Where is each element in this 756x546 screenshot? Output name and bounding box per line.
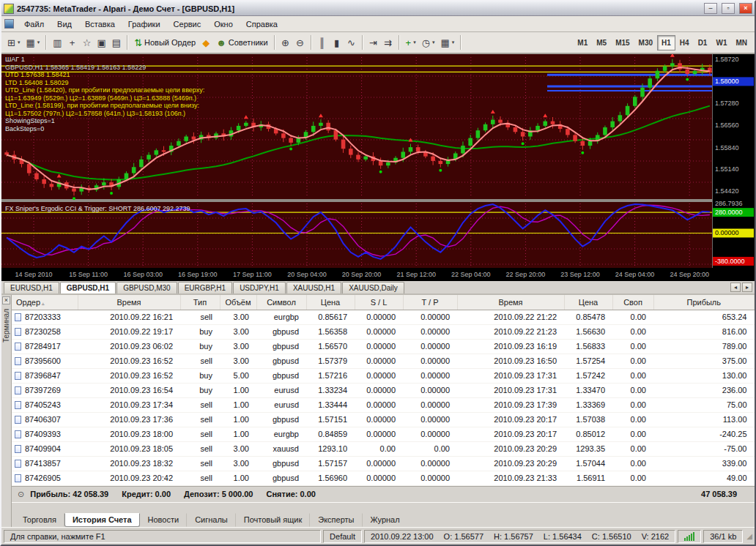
toolbar-separator bbox=[362, 35, 363, 50]
column-header-volume[interactable]: Объём bbox=[220, 295, 256, 310]
chart-tab-xauusd-daily[interactable]: XAUUSD,Daily bbox=[342, 282, 404, 293]
cell-volume: 3.00 bbox=[220, 324, 256, 339]
terminal-close-icon[interactable]: × bbox=[2, 296, 10, 304]
candles-icon[interactable]: ▮ bbox=[330, 34, 344, 51]
column-header-sl[interactable]: S / L bbox=[355, 295, 403, 310]
timeframe-m5-button[interactable]: M5 bbox=[592, 35, 611, 51]
templates-icon[interactable]: ▦▾ bbox=[438, 34, 458, 51]
column-header-close_time[interactable]: Время bbox=[457, 295, 564, 310]
status-profile[interactable]: Default bbox=[323, 530, 362, 543]
cell-volume: 1.00 bbox=[220, 397, 256, 412]
terminal-tab-signals[interactable]: Сигналы bbox=[187, 513, 236, 527]
indicators-icon[interactable]: +▾ bbox=[403, 34, 419, 51]
chart-tab-xauusd-h1[interactable]: XAUUSD,H1 bbox=[286, 282, 341, 293]
chart-tab-eurgbp-h1[interactable]: EURGBP,H1 bbox=[178, 282, 233, 293]
order-row[interactable]: 874099042010.09.23 18:05sell3.00xauusd12… bbox=[12, 441, 755, 456]
menu-item-window[interactable]: Окно bbox=[207, 18, 240, 31]
cell-sl: 0.00 bbox=[355, 441, 403, 456]
line-chart-icon[interactable]: ∿ bbox=[344, 34, 359, 51]
timeframe-h4-button[interactable]: H4 bbox=[675, 35, 694, 51]
cell-profit: 653.24 bbox=[653, 310, 755, 324]
close-button[interactable]: × bbox=[739, 3, 752, 14]
dropdown-caret-icon: ▾ bbox=[432, 40, 435, 45]
timeframe-m1-button[interactable]: M1 bbox=[573, 35, 592, 51]
column-header-swap[interactable]: Своп bbox=[612, 295, 653, 310]
chart-tab-eurusd-h1[interactable]: EURUSD,H1 bbox=[4, 282, 59, 293]
zoom-out-icon[interactable]: ⊖ bbox=[293, 34, 308, 51]
cell-swap: 0.00 bbox=[612, 441, 653, 456]
menu-item-service[interactable]: Сервис bbox=[167, 18, 208, 31]
profiles-icon[interactable]: ▦▾ bbox=[23, 34, 42, 51]
column-header-open_time[interactable]: Время bbox=[78, 295, 180, 310]
order-row[interactable]: 872302582010.09.22 19:17buy3.00gbpusd1.5… bbox=[12, 324, 755, 339]
navigator-icon[interactable]: ☆ bbox=[80, 34, 94, 51]
column-header-close_price[interactable]: Цена bbox=[564, 295, 612, 310]
timeframe-m30-button[interactable]: M30 bbox=[634, 35, 657, 51]
terminal-tab-mailbox[interactable]: Почтовый ящик bbox=[236, 513, 310, 527]
restore-button[interactable]: ▫ bbox=[722, 3, 735, 14]
terminal-tab-trade[interactable]: Торговля bbox=[15, 513, 64, 527]
order-row[interactable]: 874063072010.09.23 17:36sell1.00gbpusd1.… bbox=[12, 412, 755, 427]
timeframe-h1-button[interactable]: H1 bbox=[657, 35, 675, 51]
terminal-tab-news[interactable]: Новости bbox=[140, 513, 188, 527]
bars-icon[interactable]: ║ bbox=[315, 34, 330, 51]
terminal-tab-experts[interactable]: Эксперты bbox=[310, 513, 362, 527]
timeframe-mn-button[interactable]: MN bbox=[731, 35, 752, 51]
chart-tab-usdjpy-h1[interactable]: USDJPY,H1 bbox=[233, 282, 286, 293]
cell-open_time: 2010.09.23 16:52 bbox=[78, 354, 180, 368]
tab-scroll-right-icon[interactable]: ▸ bbox=[742, 283, 752, 292]
minimize-button[interactable]: – bbox=[704, 3, 717, 14]
column-header-profit[interactable]: Прибыль bbox=[653, 295, 755, 310]
cell-close_price: 0.85478 bbox=[564, 310, 612, 324]
order-row[interactable]: 874052432010.09.23 17:34sell1.00eurusd1.… bbox=[12, 397, 755, 412]
auto-scroll-icon[interactable]: ⇥ bbox=[366, 34, 381, 51]
column-header-symbol[interactable]: Символ bbox=[256, 295, 306, 310]
new-order-button[interactable]: ⇅Новый Ордер bbox=[131, 34, 199, 51]
metatrader-window: 2547735: MetaTrader - Alpari - Демо Счет… bbox=[0, 0, 756, 546]
menu-item-insert[interactable]: Вставка bbox=[78, 18, 122, 31]
menu-item-view[interactable]: Вид bbox=[51, 18, 78, 31]
timeframe-d1-button[interactable]: D1 bbox=[694, 35, 712, 51]
cell-tp: 0.00000 bbox=[403, 427, 457, 441]
chart-tab-gbpusd-h1[interactable]: GBPUSD,H1 bbox=[60, 282, 116, 293]
order-row[interactable]: 874093932010.09.23 18:00sell1.00eurgbp0.… bbox=[12, 427, 755, 441]
menu-item-file[interactable]: Файл bbox=[18, 18, 51, 31]
periods-icon[interactable]: ◷▾ bbox=[419, 34, 438, 51]
cell-open_price: 1.56570 bbox=[306, 339, 355, 354]
terminal-icon[interactable]: ▣ bbox=[94, 34, 109, 51]
resize-grip[interactable]: ◢ bbox=[746, 532, 752, 540]
data-window-icon[interactable]: + bbox=[65, 34, 80, 51]
zoom-in-icon[interactable]: ⊕ bbox=[278, 34, 293, 51]
column-header-type[interactable]: Тип bbox=[180, 295, 220, 310]
order-row[interactable]: 874269052010.09.23 20:42sell1.00gbpusd1.… bbox=[12, 471, 755, 485]
order-row[interactable]: 873972692010.09.23 16:54buy1.00eurusd1.3… bbox=[12, 383, 755, 397]
chart-mdi-icon[interactable] bbox=[4, 19, 14, 29]
terminal-tab-journal[interactable]: Журнал bbox=[363, 513, 408, 527]
chart-tab-gbpusd-m30[interactable]: GBPUSD,M30 bbox=[116, 282, 177, 293]
new-chart-icon[interactable]: ⊞▾ bbox=[4, 34, 23, 51]
menu-item-help[interactable]: Справка bbox=[240, 18, 284, 31]
toolbar-separator bbox=[399, 35, 400, 50]
expert-advisors-button[interactable]: ☻Советники bbox=[213, 34, 270, 51]
column-header-tp[interactable]: T / P bbox=[403, 295, 457, 310]
menu-item-charts[interactable]: Графики bbox=[122, 18, 167, 31]
tester-icon[interactable]: ▤ bbox=[109, 34, 124, 51]
order-row[interactable]: 873968472010.09.23 16:52buy5.00gbpusd1.5… bbox=[12, 368, 755, 383]
order-row[interactable]: 872849172010.09.23 06:02buy3.00gbpusd1.5… bbox=[12, 339, 755, 354]
metaeditor-icon[interactable]: ◆ bbox=[199, 34, 213, 51]
timeframe-m15-button[interactable]: M15 bbox=[611, 35, 634, 51]
indicators-icon: + bbox=[406, 38, 412, 48]
order-row[interactable]: 874138572010.09.23 18:32sell3.00gbpusd1.… bbox=[12, 456, 755, 471]
timeframe-w1-button[interactable]: W1 bbox=[711, 35, 731, 51]
tab-scroll-left-icon[interactable]: ◂ bbox=[730, 283, 741, 292]
terminal-tab-account-history[interactable]: История Счета bbox=[64, 513, 140, 527]
chart-shift-icon[interactable]: ⇉ bbox=[381, 34, 396, 51]
account-summary: ⊙ Прибыль: 42 058.39Кредит: 0.00Депозит:… bbox=[12, 486, 755, 502]
column-header-open_price[interactable]: Цена bbox=[306, 295, 355, 310]
price-chart[interactable]: 1.587201.572801.565601.558401.551401.544… bbox=[1, 54, 755, 281]
order-row[interactable]: 872033332010.09.22 16:21sell3.00eurgbp0.… bbox=[12, 310, 755, 324]
column-header-order[interactable]: Ордер ▵ bbox=[12, 295, 78, 310]
cell-tp: 0.00000 bbox=[403, 324, 457, 339]
order-row[interactable]: 873956002010.09.23 16:52sell3.00gbpusd1.… bbox=[12, 354, 755, 368]
market-watch-icon[interactable]: ▥ bbox=[50, 34, 64, 51]
